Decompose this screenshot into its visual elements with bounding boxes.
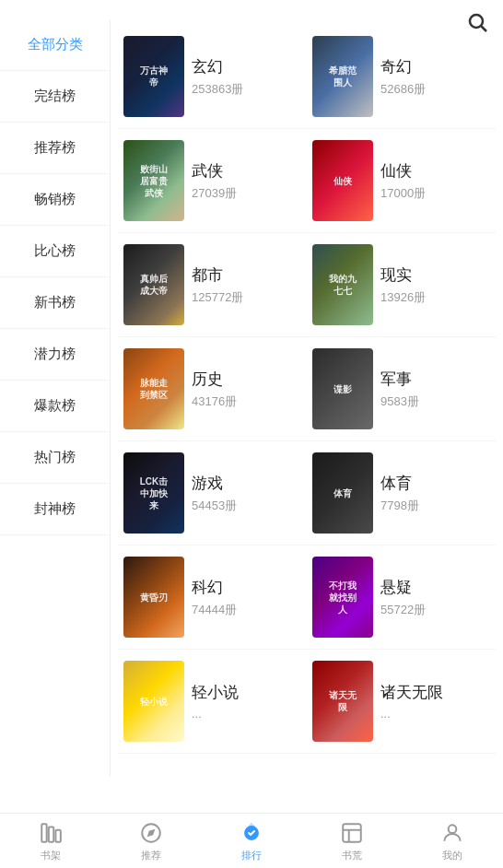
profile-icon — [439, 820, 465, 846]
ranking-icon — [239, 820, 264, 846]
category-info-0: 玄幻 253863册 — [192, 56, 243, 98]
category-count-2: 27039册 — [192, 185, 237, 202]
search-icon — [466, 11, 488, 33]
sidebar-item-6[interactable]: 潜力榜 — [0, 329, 110, 381]
nav-label-3: 书荒 — [342, 849, 362, 862]
cover-title-11: 不打我就找别人 — [328, 580, 358, 616]
sidebar-item-3[interactable]: 畅销榜 — [0, 174, 110, 226]
category-card-12[interactable]: 轻小说 轻小说 ... — [118, 650, 307, 754]
nav-label-0: 书架 — [41, 849, 61, 862]
category-card-10[interactable]: 黄昏刃 科幻 74444册 — [118, 545, 307, 650]
sidebar-item-0[interactable]: 全部分类 — [0, 19, 110, 71]
category-name-8: 游戏 — [192, 473, 237, 494]
category-info-5: 现实 13926册 — [380, 264, 426, 306]
category-count-5: 13926册 — [380, 289, 426, 306]
category-count-7: 9583册 — [380, 393, 419, 410]
nav-label-4: 我的 — [442, 849, 462, 862]
category-card-11[interactable]: 不打我就找别人 悬疑 55722册 — [307, 545, 496, 650]
svg-rect-3 — [48, 827, 53, 841]
category-count-1: 52686册 — [380, 81, 426, 98]
svg-line-1 — [482, 27, 487, 32]
sidebar-item-8[interactable]: 热门榜 — [0, 432, 110, 484]
svg-point-0 — [470, 15, 483, 28]
category-card-7[interactable]: 谍影 军事 9583册 — [307, 337, 496, 441]
category-count-13: ... — [380, 707, 443, 721]
sidebar-item-1[interactable]: 完结榜 — [0, 71, 110, 123]
category-cover-12: 轻小说 — [123, 661, 184, 742]
category-name-1: 奇幻 — [380, 56, 426, 77]
category-card-4[interactable]: 真帅后成大帝 都市 125772册 — [118, 233, 307, 337]
category-info-13: 诸天无限 ... — [380, 682, 443, 721]
cover-title-13: 诸天无限 — [328, 689, 358, 713]
cover-title-4: 真帅后成大帝 — [139, 273, 170, 297]
sidebar-item-4[interactable]: 比心榜 — [0, 226, 110, 277]
category-cover-5: 我的九七七 — [312, 244, 373, 325]
cover-title-5: 我的九七七 — [328, 273, 358, 297]
nav-item-排行[interactable]: 排行 — [201, 820, 301, 862]
category-info-10: 科幻 74444册 — [192, 577, 237, 618]
compass-icon — [138, 820, 164, 846]
header — [0, 0, 503, 19]
category-name-5: 现实 — [380, 264, 426, 286]
category-card-1[interactable]: 希腊范围人 奇幻 52686册 — [307, 25, 496, 129]
cover-title-12: 轻小说 — [140, 696, 168, 708]
category-cover-10: 黄昏刃 — [123, 557, 184, 638]
nav-item-书架[interactable]: 书架 — [0, 820, 100, 862]
category-cover-6: 脉能走到禁区 — [123, 348, 184, 429]
nav-label-2: 排行 — [241, 849, 262, 862]
category-cover-7: 谍影 — [312, 348, 373, 429]
category-cover-11: 不打我就找别人 — [312, 557, 373, 638]
category-cover-9: 体育 — [312, 452, 373, 534]
svg-rect-4 — [55, 829, 60, 841]
sidebar-item-9[interactable]: 封神榜 — [0, 484, 110, 535]
category-count-6: 43176册 — [192, 393, 237, 410]
category-card-6[interactable]: 脉能走到禁区 历史 43176册 — [118, 337, 307, 441]
book-empty-icon — [339, 820, 365, 846]
category-card-9[interactable]: 体育 体育 7798册 — [307, 441, 496, 545]
search-button[interactable] — [466, 11, 488, 37]
category-name-12: 轻小说 — [192, 682, 239, 703]
category-card-3[interactable]: 仙侠 仙侠 17000册 — [307, 129, 496, 233]
category-name-2: 武侠 — [192, 160, 237, 182]
sidebar-item-7[interactable]: 爆款榜 — [0, 381, 110, 432]
svg-rect-2 — [41, 824, 46, 842]
category-info-3: 仙侠 17000册 — [380, 160, 426, 202]
sidebar-item-5[interactable]: 新书榜 — [0, 277, 110, 329]
cover-title-9: 体育 — [333, 487, 352, 499]
category-card-0[interactable]: 万古神帝 玄幻 253863册 — [118, 25, 307, 129]
category-info-6: 历史 43176册 — [192, 369, 237, 410]
bottom-nav: 书架 推荐 排行 书荒 我的 — [0, 813, 503, 868]
category-card-8[interactable]: LCK击中加快来 游戏 54453册 — [118, 441, 307, 545]
svg-point-11 — [449, 825, 457, 833]
header-tabs — [233, 9, 270, 19]
bookshelf-icon — [38, 820, 64, 846]
category-info-11: 悬疑 55722册 — [380, 577, 426, 618]
category-name-7: 军事 — [380, 369, 419, 390]
category-count-10: 74444册 — [192, 602, 237, 618]
nav-item-我的[interactable]: 我的 — [403, 820, 503, 862]
cover-title-8: LCK击中加快来 — [139, 475, 170, 511]
nav-label-1: 推荐 — [141, 849, 161, 862]
category-info-8: 游戏 54453册 — [192, 473, 237, 514]
category-info-9: 体育 7798册 — [380, 473, 419, 514]
category-cover-3: 仙侠 — [312, 140, 373, 221]
nav-item-书荒[interactable]: 书荒 — [302, 820, 403, 862]
category-card-2[interactable]: 败街山居富贵武侠 武侠 27039册 — [118, 129, 307, 233]
category-cover-4: 真帅后成大帝 — [123, 244, 184, 325]
cover-title-0: 万古神帝 — [139, 65, 170, 88]
sidebar-item-2[interactable]: 推荐榜 — [0, 123, 110, 174]
category-name-6: 历史 — [192, 369, 237, 390]
category-name-0: 玄幻 — [192, 56, 243, 77]
cover-title-6: 脉能走到禁区 — [139, 377, 170, 401]
main-content: 全部分类完结榜推荐榜畅销榜比心榜新书榜潜力榜爆款榜热门榜封神榜 万古神帝 玄幻 … — [0, 19, 503, 777]
category-card-13[interactable]: 诸天无限 诸天无限 ... — [307, 650, 496, 754]
category-info-4: 都市 125772册 — [192, 264, 243, 306]
cover-title-1: 希腊范围人 — [328, 65, 358, 88]
category-count-0: 253863册 — [192, 81, 243, 98]
category-cover-0: 万古神帝 — [123, 36, 184, 117]
category-card-5[interactable]: 我的九七七 现实 13926册 — [307, 233, 496, 337]
svg-marker-6 — [146, 828, 155, 837]
category-count-4: 125772册 — [192, 289, 243, 306]
nav-item-推荐[interactable]: 推荐 — [100, 820, 201, 862]
category-cover-1: 希腊范围人 — [312, 36, 373, 117]
